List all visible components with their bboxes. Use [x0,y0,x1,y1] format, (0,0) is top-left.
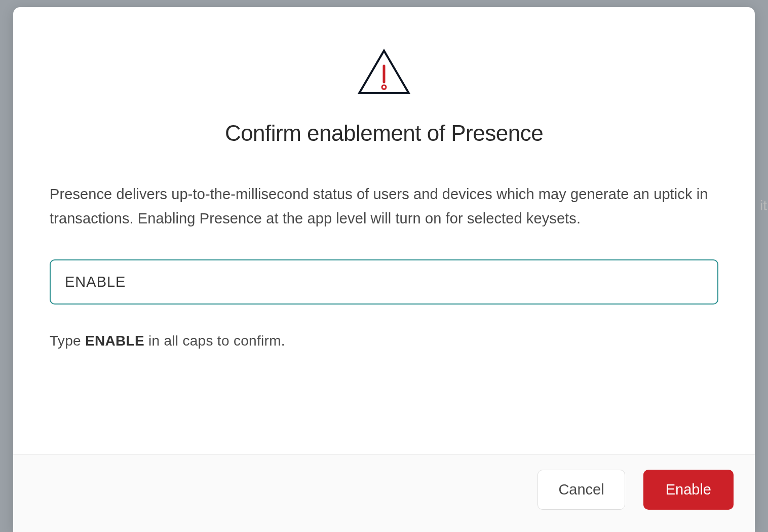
confirm-hint: Type ENABLE in all caps to confirm. [50,333,718,349]
cancel-button[interactable]: Cancel [537,470,625,510]
svg-point-1 [382,85,386,89]
icon-wrapper [50,48,718,96]
modal-footer: Cancel Enable [13,454,755,532]
hint-suffix: in all caps to confirm. [144,333,285,349]
hint-keyword: ENABLE [85,333,144,349]
warning-triangle-icon [356,48,412,96]
modal-body: Confirm enablement of Presence Presence … [13,7,755,454]
background-right-text: it [760,198,767,214]
modal-title: Confirm enablement of Presence [50,121,718,146]
hint-prefix: Type [50,333,85,349]
confirm-input[interactable] [50,259,718,305]
confirm-modal: Confirm enablement of Presence Presence … [13,7,755,532]
enable-button[interactable]: Enable [643,470,734,510]
modal-description: Presence delivers up-to-the-millisecond … [50,182,718,231]
